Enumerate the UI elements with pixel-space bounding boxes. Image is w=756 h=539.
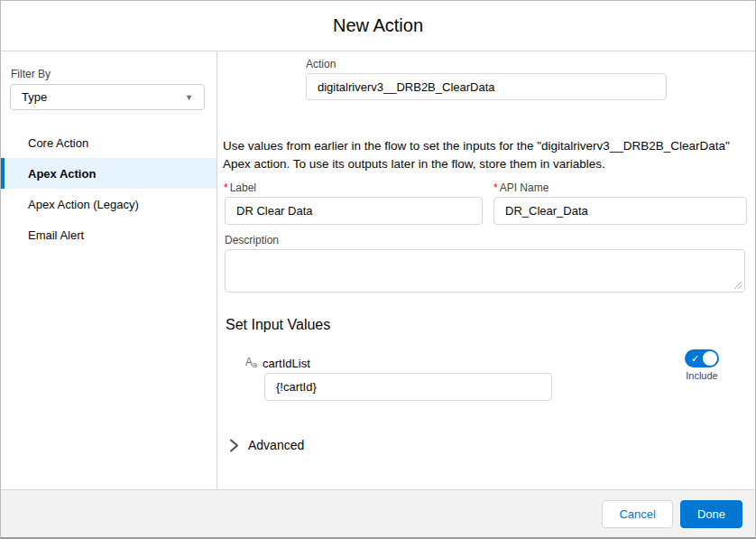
filter-type-select[interactable]: Type ▼ (10, 84, 205, 110)
dialog-title: New Action (333, 15, 423, 36)
sidebar-item-label: Email Alert (28, 228, 84, 242)
param-name-cartidlist: cartIdList (263, 357, 310, 370)
label-field-label: *Label (224, 181, 256, 194)
include-toggle-label: Include (679, 370, 724, 381)
sidebar-item-core-action[interactable]: Core Action (1, 127, 217, 158)
sidebar-item-apex-action[interactable]: Apex Action (1, 158, 217, 189)
toggle-knob (703, 351, 717, 366)
action-type-list: Core Action Apex Action Apex Action (Leg… (1, 127, 217, 250)
required-asterisk: * (224, 181, 228, 194)
required-asterisk: * (493, 181, 498, 194)
api-name-input[interactable] (493, 197, 747, 225)
done-button[interactable]: Done (680, 500, 742, 528)
cancel-button[interactable]: Cancel (602, 500, 672, 528)
advanced-expander[interactable]: Advanced (229, 438, 304, 452)
action-field-label: Action (306, 58, 336, 70)
new-action-dialog: New Action Filter By Type ▼ Core Action … (0, 0, 756, 539)
sidebar-item-apex-action-legacy[interactable]: Apex Action (Legacy) (1, 189, 217, 219)
sidebar-item-label: Apex Action (28, 167, 96, 181)
intro-text: Use values from earlier in the flow to s… (223, 137, 751, 172)
filter-sidebar: Filter By Type ▼ Core Action Apex Action… (1, 51, 217, 489)
dialog-body: Filter By Type ▼ Core Action Apex Action… (1, 51, 755, 489)
dialog-header: New Action (1, 1, 755, 51)
cartidlist-input[interactable] (264, 373, 552, 401)
checkmark-icon: ✓ (691, 351, 699, 366)
description-field-label: Description (225, 234, 279, 246)
set-input-values-heading: Set Input Values (226, 317, 330, 333)
sidebar-item-label: Apex Action (Legacy) (28, 198, 139, 211)
sidebar-item-email-alert[interactable]: Email Alert (1, 219, 217, 250)
include-toggle[interactable]: ✓ (685, 349, 719, 367)
description-textarea[interactable] (225, 249, 745, 293)
action-input[interactable] (306, 73, 667, 100)
sidebar-item-label: Core Action (28, 136, 88, 150)
action-config-panel: Action Use values from earlier in the fl… (217, 51, 755, 489)
label-input[interactable] (225, 197, 483, 225)
dialog-footer: Cancel Done (1, 489, 755, 537)
chevron-down-icon: ▼ (185, 93, 193, 102)
filter-by-label: Filter By (11, 68, 51, 80)
api-name-field-label: *API Name (493, 181, 549, 194)
advanced-label: Advanced (248, 438, 304, 452)
chevron-right-icon (229, 439, 239, 452)
filter-type-value: Type (22, 90, 185, 104)
text-type-icon: Aa (245, 356, 257, 369)
